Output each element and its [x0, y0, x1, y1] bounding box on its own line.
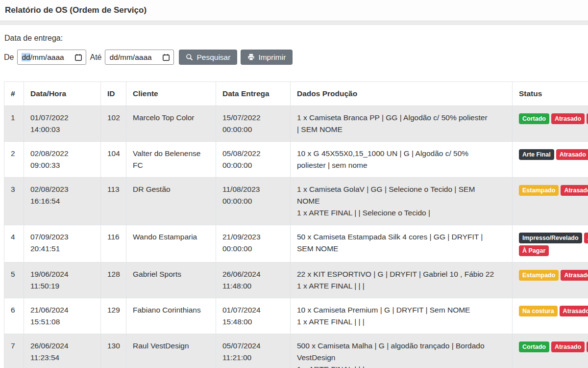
filter-label: Data de entrega: [4, 34, 584, 43]
status-badges: Na costuraAtrasadoÀ Pagar [519, 304, 588, 316]
status-badge: Arte Final [519, 149, 554, 160]
date-from-label: De [4, 53, 14, 62]
content-area: Data de entrega: De dd/mm/aaaa Até dd/mm… [0, 25, 588, 368]
cell-cliente: Gabriel Sports [126, 263, 216, 298]
cell-entrega: 26/06/2024 11:48:00 [216, 263, 291, 298]
table-row: 6 21/06/2024 15:51:08 129 Fabiano Corint… [4, 298, 588, 334]
cell-num: 2 [4, 142, 24, 178]
status-badges: CortadoAtrasadoÀ Pagar [519, 340, 588, 352]
cell-datetime: 07/09/2023 20:41:51 [24, 225, 101, 263]
cell-producao: 1 x Camiseta GolaV | GG | Selecione o Te… [291, 178, 513, 225]
table-row: 3 02/08/2023 16:16:54 113 DR Gestão 11/0… [4, 178, 588, 225]
cell-status: CortadoAtrasadoÀ Pagar [513, 106, 588, 142]
status-badge: Atrasado [551, 342, 585, 352]
cell-producao: 10 x Camiseta Premium | G | DRYFIT | Sem… [291, 298, 513, 334]
table-row: 2 02/08/2022 09:00:33 104 Valter do Bele… [4, 142, 588, 178]
print-button-label: Imprimir [258, 53, 286, 62]
status-badge: Estampado [519, 270, 559, 281]
cell-cliente: Fabiano Corinthians [126, 298, 216, 334]
date-from-day-segment[interactable]: dd [22, 53, 30, 61]
cell-num: 7 [4, 334, 24, 368]
status-badge: Na costura [519, 306, 558, 316]
status-badges: Impresso/ReveladoAtrasadoÀ Pagar [519, 231, 588, 256]
cell-datetime: 21/06/2024 15:51:08 [24, 298, 101, 334]
table-row: 7 26/06/2024 11:23:54 130 Raul VestDesig… [4, 334, 588, 368]
cell-datetime: 19/06/2024 11:50:19 [24, 263, 101, 298]
search-button-label: Pesquisar [196, 53, 230, 62]
table-row: 5 19/06/2024 11:50:19 128 Gabriel Sports… [4, 263, 588, 298]
date-from-input[interactable]: dd/mm/aaaa [17, 50, 86, 65]
status-badge: À Pagar [519, 245, 549, 256]
col-header-num: # [4, 82, 24, 106]
status-badges: Arte FinalAtrasadoÀ Pagar [519, 148, 588, 160]
cell-num: 4 [4, 225, 24, 263]
date-to-input[interactable]: dd/mm/aaaa [105, 50, 174, 65]
cell-num: 5 [4, 263, 24, 298]
cell-cliente: DR Gestão [126, 178, 216, 225]
status-badges: EstampadoAtrasadoÀ Pagar [519, 184, 588, 196]
status-badges: EstampadoAtrasadoÀ Pagar [519, 268, 588, 281]
cell-entrega: 15/07/2022 00:00:00 [216, 106, 291, 142]
cell-status: EstampadoAtrasadoÀ Pagar [513, 178, 588, 225]
cell-status: Impresso/ReveladoAtrasadoÀ Pagar [513, 225, 588, 263]
col-header-status: Status [513, 82, 588, 106]
col-header-datahora: Data/Hora [24, 82, 101, 106]
cell-status: CortadoAtrasadoÀ Pagar [513, 334, 588, 368]
cell-num: 1 [4, 106, 24, 142]
cell-entrega: 05/08/2022 00:00:00 [216, 142, 291, 178]
col-header-entrega: Data Entrega [216, 82, 291, 106]
cell-status: Na costuraAtrasadoÀ Pagar [513, 298, 588, 334]
table-row: 1 01/07/2022 14:00:03 102 Marcelo Top Co… [4, 106, 588, 142]
cell-datetime: 01/07/2022 14:00:03 [24, 106, 101, 142]
table-header-row: # Data/Hora ID Cliente Data Entrega Dado… [4, 82, 588, 106]
cell-cliente: Wando Estamparia [126, 225, 216, 263]
col-header-id: ID [101, 82, 126, 106]
status-badge: Cortado [519, 342, 549, 352]
table-row: 4 07/09/2023 20:41:51 116 Wando Estampar… [4, 225, 588, 263]
cell-num: 3 [4, 178, 24, 225]
cell-cliente: Raul VestDesign [126, 334, 216, 368]
printer-icon [247, 53, 255, 61]
cell-id: 116 [101, 225, 126, 263]
cell-entrega: 21/09/2023 00:00:00 [216, 225, 291, 263]
cell-id: 129 [101, 298, 126, 334]
status-badge: Atrasado [561, 270, 588, 281]
date-to-label: Até [90, 53, 101, 62]
cell-status: EstampadoAtrasadoÀ Pagar [513, 263, 588, 298]
cell-id: 128 [101, 263, 126, 298]
cell-producao: 500 x Camiseta Malha | G | algodão tranç… [291, 334, 513, 368]
cell-id: 104 [101, 142, 126, 178]
col-header-producao: Dados Produção [291, 82, 513, 106]
cell-cliente: Valter do Belenense FC [126, 142, 216, 178]
cell-entrega: 11/08/2023 00:00:00 [216, 178, 291, 225]
print-button[interactable]: Imprimir [241, 50, 293, 65]
date-to-value[interactable]: dd/mm/aaaa [109, 53, 151, 62]
status-badge: Atrasado [556, 149, 588, 160]
cell-datetime: 02/08/2023 16:16:54 [24, 178, 101, 225]
filter-controls: De dd/mm/aaaa Até dd/mm/aaaa Pesqui [4, 50, 584, 65]
cell-id: 113 [101, 178, 126, 225]
status-badge: Cortado [519, 113, 549, 124]
search-button[interactable]: Pesquisar [179, 50, 237, 65]
page-title: Relatório de OS (Ordem de Serviço) [5, 5, 583, 15]
cell-producao: 50 x Camiseta Estampada Silk 4 cores | G… [291, 225, 513, 263]
col-header-cliente: Cliente [126, 82, 216, 106]
date-from-rest-segment[interactable]: /mm/aaaa [30, 53, 64, 61]
cell-entrega: 01/07/2024 15:48:00 [216, 298, 291, 334]
status-badges: CortadoAtrasadoÀ Pagar [519, 112, 588, 124]
cell-cliente: Marcelo Top Color [126, 106, 216, 142]
calendar-icon[interactable] [162, 53, 170, 61]
cell-id: 102 [101, 106, 126, 142]
cell-num: 6 [4, 298, 24, 334]
cell-id: 130 [101, 334, 126, 368]
calendar-icon[interactable] [74, 53, 82, 61]
search-icon [186, 53, 193, 61]
cell-producao: 22 x KIT ESPORTIVO | G | DRYFIT | Gabrie… [291, 263, 513, 298]
status-badge: Atrasado [560, 306, 588, 316]
date-from-value: dd/mm/aaaa [22, 53, 64, 62]
cell-datetime: 02/08/2022 09:00:33 [24, 142, 101, 178]
orders-table: # Data/Hora ID Cliente Data Entrega Dado… [4, 81, 588, 368]
cell-datetime: 26/06/2024 11:23:54 [24, 334, 101, 368]
page-header: Relatório de OS (Ordem de Serviço) [0, 0, 588, 21]
cell-status: Arte FinalAtrasadoÀ Pagar [513, 142, 588, 178]
